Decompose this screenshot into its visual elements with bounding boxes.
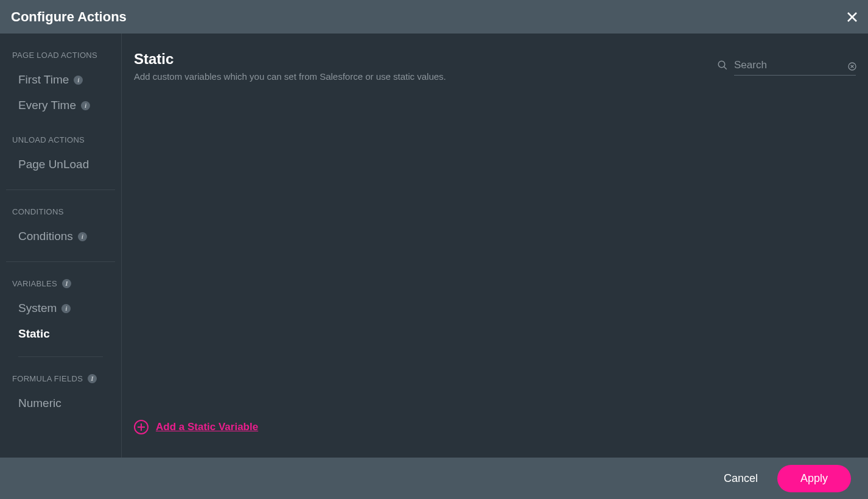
sidebar-section-header: PAGE LOAD ACTIONS xyxy=(0,51,121,60)
sidebar-item-label: Conditions xyxy=(18,230,73,243)
add-static-variable-label: Add a Static Variable xyxy=(156,421,258,433)
sidebar-item-system[interactable]: Systemi xyxy=(0,296,121,321)
sidebar-section-label: VARIABLES xyxy=(12,279,57,288)
main-header: Static Add custom variables which you ca… xyxy=(134,51,857,82)
sidebar-divider xyxy=(6,189,115,190)
sidebar-item-page-unload[interactable]: Page UnLoad xyxy=(0,152,121,177)
search-input[interactable] xyxy=(734,57,856,76)
info-icon[interactable]: i xyxy=(74,76,83,85)
sidebar-section-header: CONDITIONS xyxy=(0,207,121,216)
info-icon[interactable]: i xyxy=(81,101,90,110)
sidebar-item-label: System xyxy=(18,302,57,315)
sidebar-section-header: VARIABLESi xyxy=(0,279,121,288)
info-icon[interactable]: i xyxy=(88,374,97,383)
close-icon xyxy=(845,10,859,24)
dialog-title: Configure Actions xyxy=(11,9,127,25)
sidebar-item-label: Numeric xyxy=(18,397,61,410)
dialog-body: PAGE LOAD ACTIONSFirst TimeiEvery TimeiU… xyxy=(0,34,868,458)
sidebar-item-label: Every Time xyxy=(18,99,76,112)
plus-circle-icon xyxy=(134,420,149,434)
sidebar-item-static[interactable]: Static xyxy=(0,321,121,347)
sidebar-section-header: FORMULA FIELDSi xyxy=(0,374,121,383)
dialog-header: Configure Actions xyxy=(0,0,868,34)
main-subtitle: Add custom variables which you can set f… xyxy=(134,71,717,82)
svg-point-2 xyxy=(718,61,725,68)
main-panel: Static Add custom variables which you ca… xyxy=(122,34,868,458)
sidebar-item-label: Page UnLoad xyxy=(18,158,89,171)
apply-button[interactable]: Apply xyxy=(777,465,851,492)
sidebar-section-label: CONDITIONS xyxy=(12,207,64,216)
info-icon[interactable]: i xyxy=(61,304,71,313)
sidebar-item-every-time[interactable]: Every Timei xyxy=(0,93,121,118)
sidebar-divider xyxy=(6,261,115,262)
info-icon[interactable]: i xyxy=(78,232,87,241)
svg-line-3 xyxy=(724,66,727,69)
main-title: Static xyxy=(134,51,717,68)
sidebar-section-label: FORMULA FIELDS xyxy=(12,374,83,383)
clear-search-button[interactable] xyxy=(847,62,857,71)
sidebar-section-header: UNLOAD ACTIONS xyxy=(0,135,121,144)
cancel-button[interactable]: Cancel xyxy=(724,472,758,485)
info-icon[interactable]: i xyxy=(62,279,71,288)
sidebar-section-label: PAGE LOAD ACTIONS xyxy=(12,51,97,60)
search-wrap xyxy=(717,57,857,76)
sidebar-item-numeric[interactable]: Numeric xyxy=(0,391,121,416)
main-title-block: Static Add custom variables which you ca… xyxy=(134,51,717,82)
sidebar-section-label: UNLOAD ACTIONS xyxy=(12,135,85,144)
search-icon xyxy=(717,60,728,73)
sidebar-item-conditions[interactable]: Conditionsi xyxy=(0,224,121,249)
sidebar[interactable]: PAGE LOAD ACTIONSFirst TimeiEvery TimeiU… xyxy=(0,34,122,458)
add-static-variable-button[interactable]: Add a Static Variable xyxy=(134,420,857,445)
sidebar-divider xyxy=(18,356,103,357)
close-button[interactable] xyxy=(844,9,861,26)
content-area xyxy=(134,82,857,420)
sidebar-item-label: First Time xyxy=(18,73,69,87)
sidebar-item-label: Static xyxy=(18,327,50,341)
dialog-footer: Cancel Apply xyxy=(0,458,868,499)
sidebar-item-first-time[interactable]: First Timei xyxy=(0,67,121,93)
